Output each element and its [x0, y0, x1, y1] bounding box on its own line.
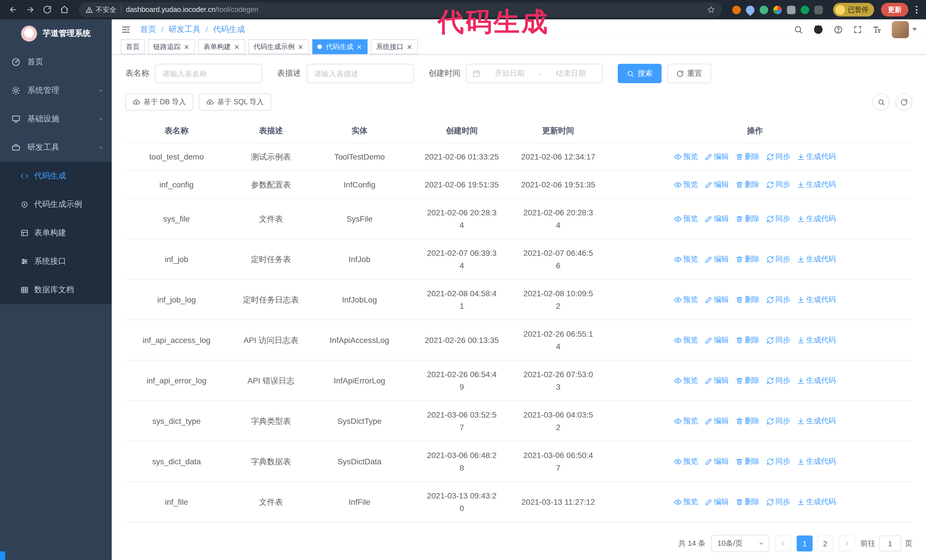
sync-link[interactable]: 同步: [766, 294, 790, 305]
edit-link[interactable]: 编辑: [705, 180, 729, 190]
preview-link[interactable]: 预览: [674, 214, 698, 224]
tag-close-icon[interactable]: [298, 44, 304, 50]
sync-link[interactable]: 同步: [766, 254, 790, 264]
refresh-table-button[interactable]: [895, 94, 912, 110]
extension-icon-2[interactable]: [744, 4, 756, 16]
tag[interactable]: 系统接口: [371, 39, 418, 54]
next-page-button[interactable]: [839, 536, 855, 551]
extension-puzzle-icon[interactable]: [814, 5, 823, 14]
preview-link[interactable]: 预览: [674, 254, 698, 264]
reset-button[interactable]: 重置: [667, 64, 711, 83]
paused-badge[interactable]: 已暂停: [833, 3, 874, 17]
edit-link[interactable]: 编辑: [705, 151, 729, 162]
preview-link[interactable]: 预览: [674, 497, 698, 507]
prev-page-button[interactable]: [775, 536, 791, 551]
preview-link[interactable]: 预览: [674, 416, 698, 426]
generate-code-link[interactable]: 生成代码: [797, 180, 836, 190]
edit-link[interactable]: 编辑: [705, 335, 729, 345]
delete-link[interactable]: 删除: [736, 416, 760, 426]
breadcrumb-item[interactable]: 首页 /: [140, 24, 169, 35]
search-button[interactable]: 搜索: [618, 64, 661, 83]
tag[interactable]: 链路追踪: [148, 39, 195, 54]
date-range-picker[interactable]: 开始日期 - 结束日期: [466, 64, 603, 83]
sidebar-item-code-generation[interactable]: 代码生成: [0, 162, 112, 190]
preview-link[interactable]: 预览: [674, 376, 698, 386]
edit-link[interactable]: 编辑: [705, 294, 729, 305]
import-sql-button[interactable]: 基于 SQL 导入: [199, 94, 271, 110]
table-desc-input[interactable]: [307, 64, 414, 83]
generate-code-link[interactable]: 生成代码: [797, 254, 836, 264]
sidebar-item-infrastructure[interactable]: 基础设施: [0, 105, 112, 133]
user-menu[interactable]: [892, 21, 917, 38]
page-size-select[interactable]: 10条/页: [711, 535, 769, 552]
bookmark-star-icon[interactable]: [707, 6, 715, 14]
preview-link[interactable]: 预览: [674, 335, 698, 345]
browser-menu-icon[interactable]: [913, 3, 920, 17]
edit-link[interactable]: 编辑: [705, 456, 729, 466]
preview-link[interactable]: 预览: [674, 456, 698, 466]
table-name-input[interactable]: [155, 64, 262, 83]
tag-close-icon[interactable]: [234, 44, 240, 50]
extension-icon-4[interactable]: [773, 5, 782, 14]
delete-link[interactable]: 删除: [736, 497, 760, 507]
extension-icon-1[interactable]: [732, 5, 741, 14]
logo[interactable]: 芋道管理系统: [0, 20, 112, 48]
sync-link[interactable]: 同步: [766, 335, 790, 345]
tag[interactable]: 代码生成: [312, 39, 368, 54]
sidebar-item-form-builder[interactable]: 表单构建: [0, 219, 112, 247]
generate-code-link[interactable]: 生成代码: [797, 376, 836, 386]
delete-link[interactable]: 删除: [736, 180, 760, 190]
tag[interactable]: 代码生成示例: [248, 39, 309, 54]
delete-link[interactable]: 删除: [736, 376, 760, 386]
tag[interactable]: 表单构建: [198, 39, 245, 54]
extension-icon-5[interactable]: [787, 5, 796, 14]
browser-update-button[interactable]: 更新: [881, 3, 908, 17]
delete-link[interactable]: 删除: [736, 151, 760, 162]
breadcrumb-item[interactable]: 研发工具 /: [169, 24, 213, 35]
extension-icon-6[interactable]: [800, 5, 809, 14]
security-warning[interactable]: 不安全: [85, 5, 116, 15]
generate-code-link[interactable]: 生成代码: [797, 151, 836, 162]
preview-link[interactable]: 预览: [674, 180, 698, 190]
generate-code-link[interactable]: 生成代码: [797, 335, 836, 345]
browser-home-button[interactable]: [57, 2, 72, 17]
sync-link[interactable]: 同步: [766, 180, 790, 190]
preview-link[interactable]: 预览: [674, 294, 698, 305]
page-number-button[interactable]: 2: [817, 536, 833, 551]
sync-link[interactable]: 同步: [766, 151, 790, 162]
delete-link[interactable]: 删除: [736, 294, 760, 305]
edit-link[interactable]: 编辑: [705, 497, 729, 507]
generate-code-link[interactable]: 生成代码: [797, 416, 836, 426]
sidebar-item-system-management[interactable]: 系统管理: [0, 76, 112, 105]
browser-reload-button[interactable]: [40, 2, 55, 17]
generate-code-link[interactable]: 生成代码: [797, 294, 836, 305]
import-db-button[interactable]: 基于 DB 导入: [126, 94, 194, 110]
edit-link[interactable]: 编辑: [705, 416, 729, 426]
edit-link[interactable]: 编辑: [705, 254, 729, 264]
edit-link[interactable]: 编辑: [705, 214, 729, 224]
browser-forward-button[interactable]: [23, 2, 38, 17]
delete-link[interactable]: 删除: [736, 335, 760, 345]
sidebar-item-dev-tools[interactable]: 研发工具: [0, 133, 112, 162]
sidebar-item-codegen-example[interactable]: 代码生成示例: [0, 190, 112, 219]
font-size-icon[interactable]: [872, 25, 882, 34]
delete-link[interactable]: 删除: [736, 254, 760, 264]
address-bar[interactable]: 不安全 dashboard.yudao.iocoder.cn/tool/code…: [79, 2, 722, 17]
preview-link[interactable]: 预览: [674, 151, 698, 162]
tag[interactable]: 首页: [121, 39, 145, 54]
generate-code-link[interactable]: 生成代码: [797, 456, 836, 466]
search-icon[interactable]: [794, 25, 803, 34]
generate-code-link[interactable]: 生成代码: [797, 214, 836, 224]
edit-link[interactable]: 编辑: [705, 376, 729, 386]
sidebar-item-home[interactable]: 首页: [0, 48, 112, 76]
sidebar-item-system-api[interactable]: 系统接口: [0, 247, 112, 276]
extension-icon-3[interactable]: [760, 5, 768, 14]
generate-code-link[interactable]: 生成代码: [797, 497, 836, 507]
breadcrumb-item[interactable]: 代码生成 /: [213, 24, 245, 35]
sync-link[interactable]: 同步: [766, 416, 790, 426]
github-icon[interactable]: [813, 24, 823, 35]
sync-link[interactable]: 同步: [766, 376, 790, 386]
help-icon[interactable]: [834, 25, 843, 34]
delete-link[interactable]: 删除: [736, 456, 760, 466]
sidebar-item-db-docs[interactable]: 数据库文档: [0, 276, 112, 304]
